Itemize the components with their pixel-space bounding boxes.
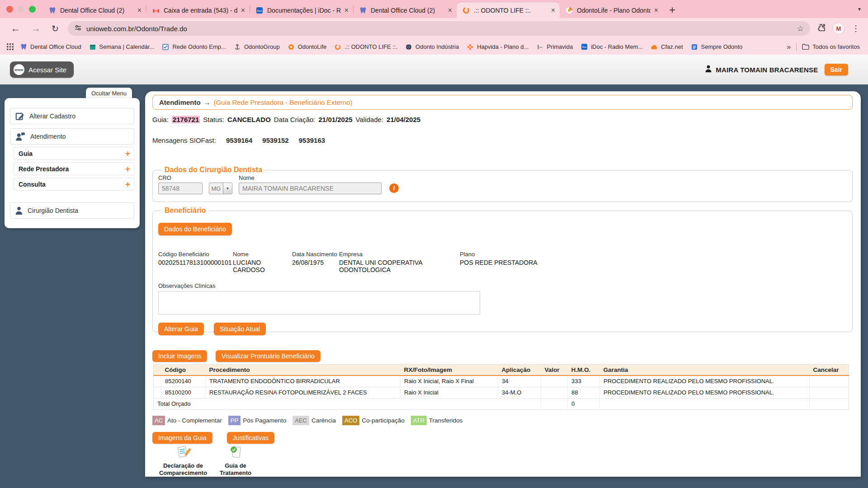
profile-avatar[interactable]: M [833,23,844,34]
hide-menu-tab[interactable]: Ocultar Menu [86,88,132,99]
bookmark-idoc[interactable]: iDociDoc - Radio Mem... [580,43,643,51]
address-bar[interactable]: unioweb.com.br/Odonto/Trade.do ☆ [68,21,810,36]
browser-tab-dental-office-1[interactable]: Dental Office Cloud (2) × [43,2,146,18]
reload-icon[interactable]: ↻ [52,23,59,34]
odontolife-pie-icon [565,6,573,14]
cro-input[interactable]: 58748 [158,183,203,194]
sidebar-item-guia[interactable]: Guia + [14,147,134,160]
tab-close-icon[interactable]: × [344,7,349,14]
access-site-button[interactable]: www Acessar Site [10,61,74,78]
tooth-icon [20,43,27,51]
view-beneficiary-record-button[interactable]: Visualizar Prontuário Beneficiário [216,350,321,362]
forward-icon[interactable]: → [31,23,41,34]
idoc-icon: iDoc [580,43,588,51]
bookmark-rede-odonto[interactable]: Rede Odonto Emp... [162,43,226,51]
table-header-row: Código Procedimento RX/Foto/Imagem Aplic… [154,365,849,376]
bookmark-star-icon[interactable]: ☆ [797,24,804,33]
browser-tab-dental-office-2[interactable]: Dental Office Cloud (2) × [354,2,457,18]
bookmark-odonto-industria[interactable]: Odonto Indústria [405,43,459,51]
clinical-observations-label: Observações Clínicas [158,282,847,289]
tab-close-icon[interactable]: × [654,7,658,14]
toolbar-right: M ⋮ [816,23,868,34]
siofast-message-link[interactable]: 9539164 [226,136,252,144]
justifications-button[interactable]: Justificativas [227,432,274,444]
documents-row: Declaração de Comparecimento Guia de Tra… [152,445,854,477]
tooth-icon [359,6,367,14]
apps-grid-icon[interactable] [6,43,14,51]
bookmarks-overflow-icon[interactable]: » [787,43,791,51]
main-content: Atendimento → (Guia Rede Prestadora - Be… [145,91,861,477]
guide-images-button[interactable]: Imagens da Guia [152,432,212,444]
col-hmo: H.M.O. [568,365,600,376]
maximize-window-button[interactable] [29,6,36,13]
breadcrumb: Atendimento → (Guia Rede Prestadora - Be… [152,95,853,110]
tab-close-icon[interactable]: × [137,7,142,14]
info-icon[interactable]: i [389,183,399,193]
cloud-icon [651,43,658,51]
sidebar-item-cirurgiao-dentista[interactable]: Cirurgião Dentista [10,202,134,219]
header-user-area: MAIRA TOMAIN BRACARENSE Sair [705,55,848,84]
cro-uf-select[interactable]: MG ▾ [209,183,232,194]
beneficiary-data-button[interactable]: Dados do Beneficiário [158,223,232,235]
siofast-message-link[interactable]: 9539152 [262,136,288,144]
tab-search-chevron-icon[interactable]: ▾ [858,6,861,12]
all-favorites-button[interactable]: Todos os favoritos [802,43,860,51]
siofast-message-link[interactable]: 9539163 [299,136,325,144]
total-label: Total Orçado [154,398,541,409]
chevron-down-icon[interactable]: ▾ [223,183,232,194]
tab-close-icon[interactable]: × [551,7,555,14]
sidebar-item-consulta[interactable]: Consulta + [14,178,134,191]
bookmark-sempre-odonto[interactable]: Sempre Odonto [691,43,743,51]
tab-title: Documentações | iDoc - Radi [267,7,341,14]
expand-plus-icon[interactable]: + [125,164,130,173]
tab-close-icon[interactable]: × [448,7,452,14]
tab-close-icon[interactable]: × [241,7,245,14]
browser-menu-icon[interactable]: ⋮ [852,23,860,33]
blue-doc-icon [691,43,698,51]
back-icon[interactable]: ← [11,23,20,34]
user-icon [705,65,712,75]
globe-dark-icon [405,43,412,51]
beneficiary-plan-field: Plano POS REDE PRESTADORA [460,251,538,273]
logout-button[interactable]: Sair [825,64,848,75]
bookmark-hapvida[interactable]: Hapvida - Plano d... [467,43,528,51]
dentist-name-input[interactable]: MAIRA TOMAIN BRACARENSE [239,183,382,194]
site-settings-icon[interactable] [74,24,82,33]
guide-status-line: Guia: 2176721 Status: CANCELADO Data Cri… [152,115,854,123]
clinical-observations-input[interactable] [158,291,480,314]
bookmark-cfaz[interactable]: Cfaz.net [651,43,683,51]
sidebar-item-atendimento[interactable]: Atendimento [10,128,134,145]
extensions-icon[interactable] [816,23,826,34]
current-situation-button[interactable]: Situação Atual [214,323,266,335]
sidebar-item-label: Atendimento [30,133,66,140]
close-window-button[interactable] [6,6,13,13]
bookmark-dental-office-cloud[interactable]: Dental Office Cloud [20,43,81,51]
sidebar-item-rede-prestadora[interactable]: Rede Prestadora + [14,162,134,175]
browser-tab-gmail[interactable]: Caixa de entrada (543) - dra. × [146,2,250,18]
bookmark-primavida[interactable]: Primavida [536,43,573,51]
alter-guide-button[interactable]: Alterar Guia [158,323,204,335]
sidebar-item-label: Guia [19,150,33,157]
col-aplicacao: Aplicação [498,365,541,376]
url-text[interactable]: unioweb.com.br/Odonto/Trade.do [86,25,187,33]
col-valor: Valor [541,365,568,376]
minimize-window-button[interactable] [18,6,24,13]
include-images-button[interactable]: Incluir Imagens [152,350,207,362]
browser-tab-idoc[interactable]: iDoc Documentações | iDoc - Radi × [250,2,353,18]
attendance-declaration-doc[interactable]: Declaração de Comparecimento [152,445,214,477]
expand-plus-icon[interactable]: + [125,180,130,188]
expand-plus-icon[interactable]: + [125,149,130,158]
browser-tab-odontolife-plano[interactable]: OdontoLife - Plano Odontológ × [560,2,663,18]
cro-label: CRO [158,174,203,181]
breadcrumb-arrow: → [204,99,211,106]
treatment-guide-doc[interactable]: Guia de Tratamento [214,445,257,477]
bookmark-odontolife[interactable]: OdontoLife [288,43,327,51]
bookmark-odonto-life[interactable]: .:: ODONTO LIFE ::. [334,43,397,51]
bookmark-semana-calendario[interactable]: Semana | Calendár... [89,43,155,51]
new-tab-button[interactable]: + [669,5,675,15]
browser-tab-odonto-life-active[interactable]: .:: ODONTO LIFE ::. × [457,2,560,18]
checkbox-icon [162,43,169,51]
bookmark-odontogroup[interactable]: OdontoGroup [234,43,280,51]
bookmarks-list: Dental Office Cloud Semana | Calendár...… [6,43,782,51]
sidebar-item-alterar-cadastro[interactable]: Alterar Cadastro [10,108,134,124]
